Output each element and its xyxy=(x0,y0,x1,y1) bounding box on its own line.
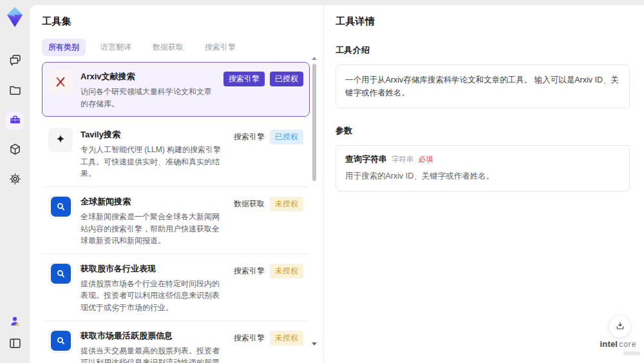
category-badge: 数据获取 xyxy=(234,197,265,211)
param-required-flag: 必填 xyxy=(419,155,433,164)
app-logo-icon xyxy=(5,6,24,28)
arxiv-icon xyxy=(48,70,73,94)
download-icon xyxy=(615,320,625,333)
params-heading: 参数 xyxy=(336,125,630,137)
cube-icon xyxy=(8,142,22,159)
intro-heading: 工具介绍 xyxy=(336,44,630,56)
category-tab[interactable]: 搜索引擎 xyxy=(198,39,242,56)
tool-card-list: Arxiv文献搜索 访问各个研究领域大量科学论文和文章的存储库。 搜索引擎 已授… xyxy=(42,62,310,363)
brand-secondary: core xyxy=(619,340,636,349)
param-head: 查询字符串 字符串 必填 xyxy=(345,153,620,165)
sidebar-item-panel-toggle[interactable] xyxy=(6,335,24,353)
folder-icon xyxy=(8,83,22,99)
category-badge: 搜索引擎 xyxy=(234,264,265,279)
tool-detail-panel: 工具详情 工具介绍 一个用于从Arxiv存储库搜索科学论文和文章的工具。 输入可… xyxy=(323,5,644,363)
brand-subtext-strip xyxy=(623,351,640,355)
tool-badges: 数据获取 未授权 xyxy=(234,195,303,247)
param-type: 字符串 xyxy=(392,155,414,164)
category-tab[interactable]: 所有类别 xyxy=(42,39,86,56)
tool-description: 提供股票市场各个行业在特定时间段内的表现。投资者可以利用这些信息来识别表现优于或… xyxy=(80,278,225,314)
tool-card[interactable]: 全球新闻搜索 全球新闻搜索是一个聚合全球各大新闻网站内容的搜索引擎，帮助用户快速… xyxy=(42,187,310,254)
category-tabs: 所有类别 语言翻译 数据获取 搜索引擎 xyxy=(42,39,323,56)
news-icon xyxy=(48,262,73,286)
param-card: 查询字符串 字符串 必填 用于搜索的Arxiv ID、关键字或作者姓名。 xyxy=(336,145,630,191)
sidebar-nav xyxy=(0,52,30,189)
brand-primary: intel xyxy=(600,339,618,349)
download-button[interactable] xyxy=(609,316,630,337)
tool-name: 全球新闻搜索 xyxy=(80,196,225,208)
sidebar-bottom xyxy=(0,313,30,353)
detail-title: 工具详情 xyxy=(336,15,630,28)
gear-icon xyxy=(8,172,22,188)
tool-badges: 搜索引擎 已授权 xyxy=(223,70,303,110)
category-tab[interactable]: 语言翻译 xyxy=(94,39,138,56)
category-badge: 搜索引擎 xyxy=(223,72,265,86)
category-badge: 搜索引擎 xyxy=(234,130,265,144)
param-description: 用于搜索的Arxiv ID、关键字或作者姓名。 xyxy=(345,171,620,182)
page-title: 工具集 xyxy=(42,15,323,28)
sidebar-item-packages[interactable] xyxy=(6,141,24,159)
sidebar-item-chat[interactable] xyxy=(6,52,24,70)
scrollbar-thumb[interactable] xyxy=(312,64,316,181)
auth-badge: 已授权 xyxy=(270,72,303,86)
tool-card-body: 获取市场最活跃股票信息 提供当天交易量最高的股票列表。投资者可以利用这些信息来识… xyxy=(80,329,226,363)
tavily-icon xyxy=(48,128,73,152)
panel-toggle-icon xyxy=(8,337,22,353)
tool-badges: 搜索引擎 未授权 xyxy=(234,329,303,363)
sidebar xyxy=(0,0,30,363)
tool-card-body: 全球新闻搜索 全球新闻搜索是一个聚合全球各大新闻网站内容的搜索引擎，帮助用户快速… xyxy=(80,195,226,247)
category-badge: 搜索引擎 xyxy=(234,331,265,346)
tool-card-body: 获取股市各行业表现 提供股票市场各个行业在特定时间段内的表现。投资者可以利用这些… xyxy=(80,262,226,314)
intel-core-logo: intelcore xyxy=(595,338,641,355)
tool-badges: 搜索引擎 已授权 xyxy=(234,128,303,180)
tool-card-body: Arxiv文献搜索 访问各个研究领域大量科学论文和文章的存储库。 xyxy=(80,70,216,110)
main-panel: 工具集 所有类别 语言翻译 数据获取 搜索引擎 Arxiv文献搜索 访问各个研究… xyxy=(30,5,644,363)
scrollbar-down-arrow-icon[interactable] xyxy=(312,342,317,346)
scrollbar-up-arrow-icon[interactable] xyxy=(312,57,317,60)
list-scrollbar xyxy=(311,57,317,346)
sidebar-item-settings[interactable] xyxy=(6,171,24,189)
chat-icon xyxy=(8,54,22,70)
tool-description: 提供当天交易量最高的股票列表。投资者可以利用这些信息来识别流动性强的股票和潜在的… xyxy=(80,345,225,363)
tool-name: 获取市场最活跃股票信息 xyxy=(80,330,225,342)
news-icon xyxy=(48,195,73,219)
sidebar-item-files[interactable] xyxy=(6,82,24,100)
auth-badge: 未授权 xyxy=(270,331,303,346)
tool-list-panel: 工具集 所有类别 语言翻译 数据获取 搜索引擎 Arxiv文献搜索 访问各个研究… xyxy=(30,5,323,363)
tool-description: 全球新闻搜索是一个聚合全球各大新闻网站内容的搜索引擎，帮助用户快速获取全球最新资… xyxy=(80,211,225,247)
profile-icon xyxy=(8,315,21,330)
auth-badge: 已授权 xyxy=(270,130,303,144)
tool-name: Arxiv文献搜索 xyxy=(80,71,214,83)
tool-badges: 搜索引擎 未授权 xyxy=(234,262,303,314)
tool-name: 获取股市各行业表现 xyxy=(80,263,225,275)
tool-description: 访问各个研究领域大量科学论文和文章的存储库。 xyxy=(80,86,214,110)
tool-card[interactable]: 获取市场最活跃股票信息 提供当天交易量最高的股票列表。投资者可以利用这些信息来识… xyxy=(42,321,310,363)
param-list: 查询字符串 字符串 必填 用于搜索的Arxiv ID、关键字或作者姓名。 xyxy=(336,145,630,191)
tool-description: 专为人工智能代理 (LLM) 构建的搜索引擎工具。可快速提供实时、准确和真实的结… xyxy=(80,144,225,180)
sidebar-item-tools[interactable] xyxy=(6,112,24,130)
auth-badge: 未授权 xyxy=(270,264,303,279)
intro-text: 一个用于从Arxiv存储库搜索科学论文和文章的工具。 输入可以是Arxiv ID… xyxy=(336,64,630,108)
sidebar-item-profile[interactable] xyxy=(6,313,24,331)
auth-badge: 未授权 xyxy=(270,197,303,211)
toolbox-icon xyxy=(8,113,22,129)
app-window: 工具集 所有类别 语言翻译 数据获取 搜索引擎 Arxiv文献搜索 访问各个研究… xyxy=(0,0,644,363)
tool-card-body: Tavily搜索 专为人工智能代理 (LLM) 构建的搜索引擎工具。可快速提供实… xyxy=(80,128,226,180)
tool-card[interactable]: Arxiv文献搜索 访问各个研究领域大量科学论文和文章的存储库。 搜索引擎 已授… xyxy=(42,62,310,117)
category-tab[interactable]: 数据获取 xyxy=(146,39,190,56)
param-name: 查询字符串 xyxy=(345,153,387,165)
tool-card[interactable]: Tavily搜索 专为人工智能代理 (LLM) 构建的搜索引擎工具。可快速提供实… xyxy=(42,120,310,187)
tool-name: Tavily搜索 xyxy=(80,129,225,141)
news-icon xyxy=(48,329,73,353)
tool-card[interactable]: 获取股市各行业表现 提供股票市场各个行业在特定时间段内的表现。投资者可以利用这些… xyxy=(42,254,310,321)
